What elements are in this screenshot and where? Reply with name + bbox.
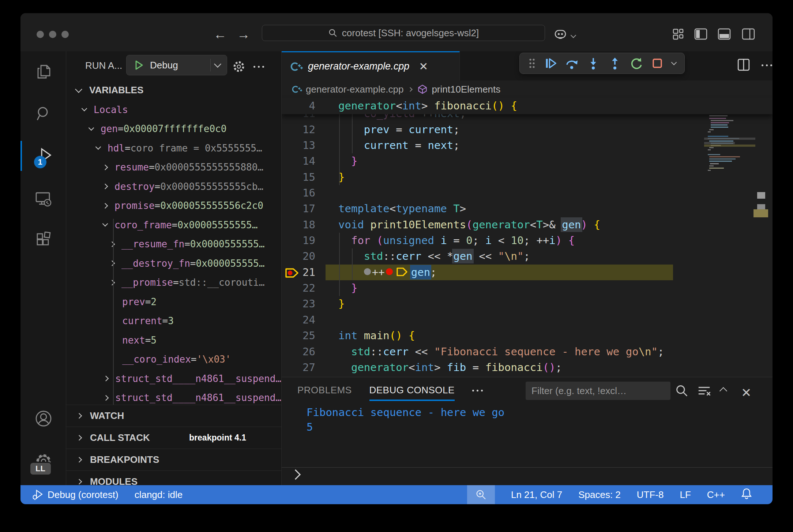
breadcrumb[interactable]: generator-example.cpp print10Elements bbox=[282, 80, 773, 98]
status-cursor-position[interactable]: Ln 21, Col 7 bbox=[511, 489, 562, 501]
repl-prompt-icon[interactable] bbox=[290, 469, 301, 480]
step-into-icon[interactable] bbox=[587, 57, 600, 70]
status-indentation[interactable]: Spaces: 2 bbox=[578, 489, 621, 501]
copilot-icon[interactable] bbox=[553, 28, 568, 42]
chevron-right-icon[interactable] bbox=[109, 261, 115, 266]
minimize-window-button[interactable] bbox=[49, 31, 56, 38]
variable-row-prev[interactable]: prev = 2 bbox=[66, 292, 281, 311]
sidebar-item-search[interactable] bbox=[20, 96, 66, 131]
variable-row--coro-index[interactable]: __coro_index = '\x03' bbox=[66, 350, 281, 369]
inline-breakpoint-candidate-icon[interactable] bbox=[364, 268, 371, 275]
toolbar-drag-handle[interactable] bbox=[528, 57, 536, 70]
line-number[interactable]: 16 bbox=[282, 185, 315, 201]
line-number[interactable]: 22 bbox=[282, 280, 315, 296]
section-header-watch[interactable]: WATCH bbox=[66, 405, 281, 427]
variable-row-promise[interactable]: promise = 0x000055555556c2c0 bbox=[66, 196, 281, 216]
status-clangd-item[interactable]: clangd: idle bbox=[135, 489, 183, 501]
code-line-17[interactable]: 17template<typename T> bbox=[282, 201, 773, 217]
sidebar-item-remote-explorer[interactable] bbox=[20, 181, 66, 216]
section-header-breakpoints[interactable]: BREAKPOINTS bbox=[66, 449, 281, 471]
toggle-primary-sidebar-icon[interactable] bbox=[694, 28, 707, 42]
copilot-chevron-icon[interactable] bbox=[571, 32, 575, 39]
chevron-right-icon[interactable] bbox=[109, 280, 115, 285]
line-number[interactable]: 13 bbox=[282, 138, 315, 153]
line-number[interactable]: 19 bbox=[282, 233, 315, 248]
panel-more-tabs-icon[interactable] bbox=[472, 390, 483, 391]
tab-problems[interactable]: PROBLEMS bbox=[297, 385, 352, 400]
code-line-14[interactable]: 14 } bbox=[282, 153, 773, 169]
sticky-scroll-line[interactable]: 4generator<int> fibonacci() { bbox=[282, 98, 773, 114]
step-over-icon[interactable] bbox=[565, 57, 578, 70]
variable-row--resume-fn[interactable]: __resume_fn = 0x0000555555… bbox=[66, 235, 281, 254]
variable-row-coro-frame[interactable]: coro_frame = 0x00005555555… bbox=[66, 215, 281, 235]
maximize-panel-icon[interactable] bbox=[721, 388, 726, 395]
clear-console-icon[interactable] bbox=[697, 385, 711, 399]
line-number[interactable]: 26 bbox=[282, 344, 315, 360]
line-number[interactable]: 25 bbox=[282, 328, 315, 344]
tab-close-icon[interactable]: ✕ bbox=[419, 60, 428, 73]
status-zoom-item[interactable] bbox=[467, 485, 495, 504]
line-number[interactable]: 27 bbox=[282, 360, 315, 375]
line-number[interactable]: 20 bbox=[282, 248, 315, 264]
tab-debug-console[interactable]: DEBUG CONSOLE bbox=[369, 385, 455, 401]
code-line-27[interactable]: 27 generator<int> fib = fibonacci(); bbox=[282, 360, 773, 375]
split-editor-icon[interactable] bbox=[737, 58, 751, 73]
line-number[interactable]: 21 bbox=[282, 265, 315, 280]
chevron-right-icon[interactable] bbox=[102, 184, 108, 190]
close-window-button[interactable] bbox=[37, 31, 44, 38]
chevron-down-icon[interactable] bbox=[102, 221, 108, 227]
chevron-down-icon[interactable] bbox=[95, 144, 101, 150]
restart-icon[interactable] bbox=[630, 57, 643, 70]
toggle-panel-icon[interactable] bbox=[718, 28, 731, 42]
debug-settings-gear-icon[interactable] bbox=[232, 59, 246, 75]
launch-configuration-dropdown[interactable]: Debug bbox=[126, 55, 227, 75]
line-number[interactable]: 18 bbox=[282, 217, 315, 233]
start-debug-icon[interactable] bbox=[133, 59, 144, 71]
section-header-modules[interactable]: MODULES bbox=[66, 471, 281, 485]
variable-row-gen[interactable]: gen = 0x00007fffffffe0c0 bbox=[66, 119, 281, 139]
chevron-right-icon[interactable] bbox=[103, 376, 109, 382]
chevron-right-icon[interactable] bbox=[109, 241, 115, 247]
variable-row-current[interactable]: current = 3 bbox=[66, 311, 281, 331]
code-line-15[interactable]: 15} bbox=[282, 169, 773, 185]
code-line-24[interactable]: 24 bbox=[282, 312, 773, 328]
variable-row-locals[interactable]: Locals bbox=[66, 100, 281, 119]
sidebar-item-run-and-debug[interactable]: 1 bbox=[20, 138, 66, 173]
step-out-icon[interactable] bbox=[608, 57, 621, 70]
code-line-16[interactable]: 16 bbox=[282, 185, 773, 201]
line-number[interactable]: 23 bbox=[282, 296, 315, 312]
line-number[interactable]: 12 bbox=[282, 122, 315, 138]
code-line-19[interactable]: 19 for (unsigned i = 0; i < 10; ++i) { bbox=[282, 233, 773, 248]
code-line-22[interactable]: 22 } bbox=[282, 280, 773, 296]
status-language-mode[interactable]: C++ bbox=[707, 489, 725, 501]
accounts-icon[interactable] bbox=[20, 401, 66, 436]
sidebar-item-extensions[interactable] bbox=[20, 223, 66, 258]
variable-row--destroy-fn[interactable]: __destroy_fn = 0x000055555… bbox=[66, 254, 281, 273]
code-line-23[interactable]: 23} bbox=[282, 296, 773, 312]
debug-console-filter-input[interactable]: Filter (e.g. text, !excl… bbox=[526, 382, 670, 400]
code-line-20[interactable]: 20 std::cerr << *gen << "\n"; bbox=[282, 248, 773, 264]
code-line-25[interactable]: 25int main() { bbox=[282, 328, 773, 344]
variable-row-struct-std-n4861-suspend-[interactable]: struct_std____n4861__suspend… bbox=[66, 369, 281, 388]
code-line-13[interactable]: 13 current = next; bbox=[282, 138, 773, 153]
debug-toolbar-chevron-icon[interactable] bbox=[671, 60, 677, 65]
code-line-26[interactable]: 26 std::cerr << "Fibonacci sequence - he… bbox=[282, 344, 773, 360]
command-center-search[interactable]: corotest [SSH: avogelsges-wsl2] bbox=[262, 25, 545, 41]
minimap[interactable] bbox=[704, 86, 755, 291]
chevron-down-icon[interactable] bbox=[89, 125, 94, 131]
chevron-right-icon[interactable] bbox=[103, 395, 109, 401]
sidebar-more-actions-icon[interactable] bbox=[253, 66, 264, 68]
status-debug-item[interactable]: Debug (corotest) bbox=[31, 488, 119, 501]
line-number[interactable]: 24 bbox=[282, 312, 315, 328]
forward-arrow-icon[interactable]: → bbox=[237, 28, 250, 41]
chevron-right-icon[interactable] bbox=[102, 203, 108, 209]
variable-row-next[interactable]: next = 5 bbox=[66, 330, 281, 350]
code-line-18[interactable]: 18void print10Elements(generator<T>& gen… bbox=[282, 217, 773, 233]
variables-section-header[interactable]: VARIABLES bbox=[66, 82, 281, 98]
variable-row--promise[interactable]: __promise = std::__corouti… bbox=[66, 273, 281, 292]
toggle-secondary-sidebar-icon[interactable] bbox=[742, 28, 755, 42]
section-header-call-stack[interactable]: CALL STACKbreakpoint 4.1 bbox=[66, 427, 281, 449]
code-line-12[interactable]: 12 prev = current; bbox=[282, 122, 773, 138]
variable-row-hdl[interactable]: hdl = coro frame = 0x5555555… bbox=[66, 138, 281, 158]
line-number[interactable]: 14 bbox=[282, 153, 315, 169]
